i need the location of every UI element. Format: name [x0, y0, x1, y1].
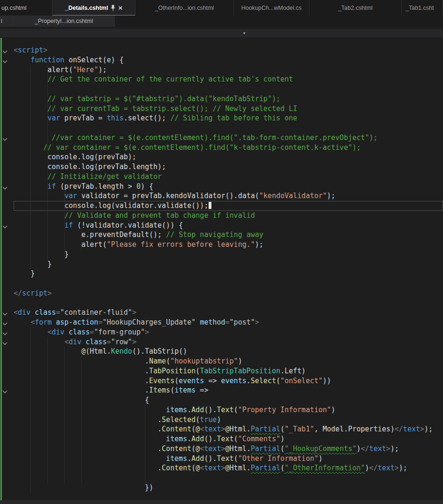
code-line[interactable]: .Events(events => events.Select("onSelec… — [0, 376, 443, 386]
code-line[interactable]: console.log(prevTab); — [0, 152, 443, 162]
fold-gutter — [0, 240, 14, 250]
code-editor[interactable]: <script> function onSelect(e) { alert("H… — [0, 38, 443, 500]
editor-tab[interactable]: _OtherInfo...ion.cshtml — [135, 0, 234, 15]
fold-gutter — [0, 327, 14, 337]
fold-gutter — [0, 133, 14, 143]
fold-gutter — [0, 162, 14, 172]
code-line[interactable]: .Content(@<text>@Html.Partial("_HookupCo… — [0, 444, 443, 454]
fold-gutter — [0, 152, 14, 162]
fold-toggle-icon[interactable] — [3, 311, 8, 316]
fold-toggle-icon[interactable] — [3, 185, 8, 189]
code-line[interactable]: <div class="container-fluid"> — [0, 308, 443, 318]
code-line[interactable]: } — [0, 269, 443, 279]
code-line[interactable]: // var currentTab = tabstrip.select(); /… — [0, 104, 443, 114]
code-line[interactable]: <form asp-action="HookupCharges_Update" … — [0, 318, 443, 327]
fold-gutter — [0, 289, 14, 298]
fold-gutter — [0, 415, 14, 425]
tab-label: _Tab1.csht — [405, 5, 434, 11]
fold-gutter — [0, 473, 14, 483]
fold-gutter — [0, 211, 14, 221]
code-line[interactable]: .Name("hookuptabstrip") — [0, 356, 443, 366]
code-line[interactable]: var prevTab = this.select(); // Sibling … — [0, 113, 443, 123]
code-line-text: console.log(validator.validate()); — [14, 201, 443, 211]
code-line[interactable]: alert("Here"); — [0, 65, 443, 75]
fold-gutter — [0, 55, 14, 65]
fold-toggle-icon[interactable] — [3, 58, 8, 63]
code-line[interactable]: e.preventDefault(); // Stop navigating a… — [0, 230, 443, 240]
fold-gutter — [0, 395, 14, 405]
code-line[interactable]: console.log(prevTab.length); — [0, 162, 443, 172]
code-line[interactable]: // Validate and prevent tab change if in… — [0, 211, 443, 221]
code-line[interactable]: function onSelect(e) { — [0, 55, 443, 65]
tab-label: _PropertyI...ion.cshtml — [35, 18, 93, 24]
fold-toggle-icon[interactable] — [3, 49, 8, 53]
code-line[interactable]: } — [0, 259, 443, 269]
editor-tab[interactable]: _Details.cshtml× — [53, 0, 135, 15]
editor-tab[interactable]: up.cshtml — [0, 0, 53, 15]
horizontal-scrollbar[interactable] — [0, 500, 443, 504]
fold-gutter — [0, 376, 14, 386]
code-line-text: } — [14, 250, 443, 259]
code-line[interactable]: .Content(@<text>@Html.Partial("_OtherInf… — [0, 463, 443, 473]
editor-tab[interactable]: l — [0, 15, 13, 27]
code-line[interactable]: alert("Please fix errors before leaving.… — [0, 240, 443, 250]
code-line-text: .Content(@<text>@Html.Partial("_OtherInf… — [14, 463, 443, 473]
fold-toggle-icon[interactable] — [3, 330, 8, 335]
code-line[interactable]: // Get the container of the currently ac… — [0, 74, 443, 84]
code-line[interactable]: { — [0, 395, 443, 405]
code-line[interactable] — [0, 123, 443, 133]
code-line[interactable]: console.log(validator.validate()); — [0, 201, 443, 211]
fold-gutter — [0, 269, 14, 279]
code-line-text: alert("Here"); — [14, 65, 443, 75]
code-line[interactable]: <div class="row"> — [0, 337, 443, 347]
code-line-text — [14, 123, 443, 133]
code-line-text: </script> — [14, 289, 443, 298]
fold-toggle-icon[interactable] — [3, 389, 8, 393]
code-line[interactable]: items.Add().Text("Other Information") — [0, 454, 443, 464]
code-line[interactable]: }) — [0, 483, 443, 493]
code-line-text: // var tabstrip = $("#tabstrip").data("k… — [14, 94, 443, 104]
fold-toggle-icon[interactable] — [3, 340, 8, 345]
code-line[interactable] — [0, 84, 443, 94]
code-line[interactable]: items.Add().Text("Property Information") — [0, 405, 443, 415]
pin-icon[interactable] — [111, 5, 115, 11]
code-line[interactable]: items.Add().Text("Comments") — [0, 434, 443, 444]
code-line[interactable] — [0, 279, 443, 289]
tab-label: _OtherInfo...ion.cshtml — [155, 5, 214, 11]
code-line[interactable]: .Items(items => — [0, 385, 443, 395]
code-line[interactable]: // var container = $(e.contentElement).f… — [0, 143, 443, 153]
code-line-text: // var container = $(e.contentElement).f… — [14, 143, 443, 153]
code-line[interactable]: // Initialize/get validator — [0, 172, 443, 182]
code-line[interactable]: } — [0, 250, 443, 259]
code-line[interactable]: //var container = $(e.contentElement).fi… — [0, 133, 443, 143]
code-line[interactable]: var validator = prevTab.kendoValidator()… — [0, 191, 443, 201]
code-line[interactable]: if (prevTab.length > 0) { — [0, 182, 443, 192]
code-line[interactable]: if (!validator.validate()) { — [0, 221, 443, 230]
editor-tab[interactable]: _PropertyI...ion.cshtml — [13, 15, 115, 27]
code-line[interactable] — [0, 298, 443, 308]
editor-tab[interactable]: _Tab1.csht — [402, 0, 443, 15]
code-line-text: function onSelect(e) { — [14, 55, 443, 65]
fold-gutter — [0, 434, 14, 444]
code-line-text — [14, 473, 443, 483]
code-line-text: .Selected(true) — [14, 415, 443, 425]
fold-gutter — [0, 250, 14, 259]
code-line[interactable]: .TabPosition(TabStripTabPosition.Left) — [0, 366, 443, 376]
editor-tab[interactable]: HookupCh...wModel.cs — [234, 0, 309, 15]
fold-toggle-icon[interactable] — [3, 223, 8, 228]
code-line[interactable]: </script> — [0, 289, 443, 298]
code-line[interactable]: // var tabstrip = $("#tabstrip").data("k… — [0, 94, 443, 104]
fold-toggle-icon[interactable] — [3, 321, 8, 326]
code-line[interactable]: .Selected(true) — [0, 415, 443, 425]
tab-close-button[interactable]: × — [118, 4, 122, 11]
code-line[interactable]: .Content(@<text>@Html.Partial("_Tab1", M… — [0, 424, 443, 434]
code-line[interactable]: <script> — [0, 45, 443, 55]
code-line[interactable] — [0, 473, 443, 483]
fold-gutter — [0, 221, 14, 230]
chevron-down-icon[interactable]: ▾ — [240, 29, 248, 37]
editor-tab[interactable]: _Tab2.cshtml — [309, 0, 402, 15]
code-line[interactable]: <div class="form-group"> — [0, 327, 443, 337]
code-line-text: alert("Please fix errors before leaving.… — [14, 240, 443, 250]
code-line[interactable]: @(Html.Kendo().TabStrip() — [0, 347, 443, 356]
fold-toggle-icon[interactable] — [3, 136, 8, 141]
